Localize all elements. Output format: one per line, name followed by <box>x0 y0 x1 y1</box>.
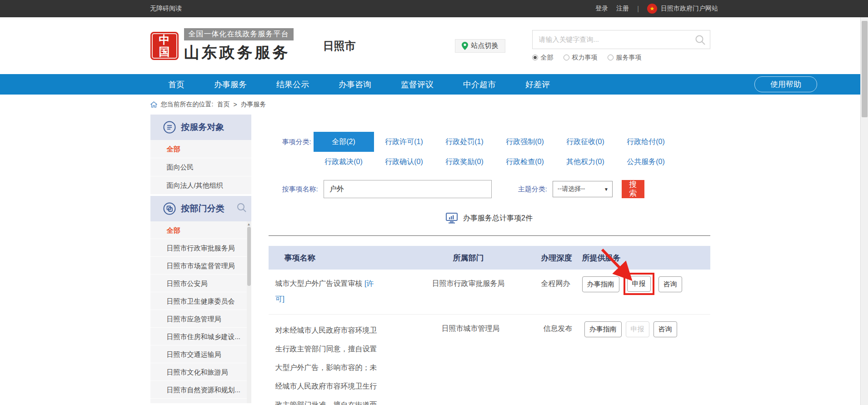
guide-button[interactable]: 办事指南 <box>584 321 622 337</box>
nav-item-results[interactable]: 结果公示 <box>276 79 309 90</box>
tab-xingzheng-queren[interactable]: 行政确认(0) <box>374 152 434 172</box>
scope-label: 全部 <box>541 54 554 62</box>
stats-monitor-icon <box>446 213 458 224</box>
department-search-icon[interactable] <box>236 202 247 215</box>
item-name-link[interactable]: 城市大型户外广告设置审核 <box>275 280 363 287</box>
tab-xingzheng-jiangli[interactable]: 行政奖励(0) <box>434 152 495 172</box>
tab-all[interactable]: 全部(2) <box>314 132 374 152</box>
breadcrumb-separator: > <box>233 101 237 108</box>
apply-button-disabled: 申报 <box>626 321 649 337</box>
tab-xingzheng-jiancha[interactable]: 行政检查(0) <box>495 152 555 172</box>
department-item[interactable]: 日照市住房和城乡建设... <box>150 328 251 345</box>
tab-xingzheng-qiangzhi[interactable]: 行政强制(0) <box>495 132 555 152</box>
scope-radio-all[interactable]: 全部 <box>532 54 554 62</box>
table-header: 事项名称 所属部门 办理深度 所提供服务 <box>269 246 710 270</box>
department-item[interactable]: 日照市文化和旅游局 <box>150 363 251 381</box>
brand-title: 山东政务服务 <box>184 42 294 63</box>
page-scrollbar[interactable] <box>860 17 868 405</box>
col-item-name: 事项名称 <box>269 253 380 263</box>
register-link[interactable]: 注册 <box>616 5 629 13</box>
radio-icon <box>564 55 569 60</box>
site-switch-button[interactable]: 站点切换 <box>455 39 505 53</box>
service-target-item-all[interactable]: 全部 <box>150 140 251 158</box>
service-target-item-citizen[interactable]: 面向公民 <box>150 158 251 176</box>
department-item[interactable]: 日照市应急管理局 <box>150 310 251 328</box>
nav-item-intermediary[interactable]: 中介超市 <box>463 79 496 90</box>
item-department: 日照市行政审批服务局 <box>423 276 514 291</box>
platform-badge: 全国一体化在线政务服务平台 <box>184 28 294 40</box>
home-icon <box>150 101 157 108</box>
department-item[interactable]: 日照市市场监督管理局 <box>150 257 251 275</box>
topic-select[interactable]: --请选择-- ▼ <box>553 181 613 197</box>
tab-qita-quanli[interactable]: 其他权力(0) <box>555 152 616 172</box>
col-services: 所提供服务 <box>582 253 621 263</box>
radio-icon <box>608 55 614 60</box>
department-item[interactable]: 日照市卫生健康委员会 <box>150 292 251 310</box>
city-name: 日照市 <box>323 39 356 53</box>
top-utility-bar: 无障碍阅读 登录 注册 | ★ 日照市政府门户网站 <box>0 0 868 17</box>
nav-item-home[interactable]: 首页 <box>168 79 185 90</box>
nav-item-consult[interactable]: 办事咨询 <box>339 79 371 90</box>
department-item[interactable]: 日照市行政审批服务局 <box>150 239 251 257</box>
sidebar-scroll-thumb[interactable] <box>247 227 251 286</box>
department-header: 按部门分类 <box>150 196 251 221</box>
scope-label: 权力事项 <box>572 54 598 62</box>
help-button[interactable]: 使用帮助 <box>754 76 817 92</box>
sidebar-scrollbar[interactable]: ▲ <box>247 221 251 403</box>
tab-xingzheng-chufa[interactable]: 行政处罚(1) <box>434 132 495 152</box>
page-scroll-thumb[interactable] <box>862 21 868 117</box>
select-caret-icon: ▼ <box>604 187 609 192</box>
nav-item-services[interactable]: 办事服务 <box>214 79 247 90</box>
topbar-divider: | <box>637 5 639 12</box>
item-name-input[interactable] <box>324 180 492 198</box>
portal-link-label: 日照市政府门户网站 <box>661 5 718 13</box>
nav-item-rating[interactable]: 好差评 <box>525 79 550 90</box>
scope-radio-power[interactable]: 权力事项 <box>564 54 598 62</box>
list-circle-icon <box>163 121 176 134</box>
breadcrumb-current[interactable]: 办事服务 <box>241 100 266 109</box>
item-department: 日照市城市管理局 <box>425 321 516 336</box>
total-items-text: 办事服务总计事项2件 <box>463 214 533 223</box>
breadcrumb-home[interactable]: 首页 <box>217 100 229 109</box>
department-item[interactable]: 日照市自然资源和规划... <box>150 381 251 399</box>
apply-button[interactable]: 申报 <box>627 276 651 292</box>
scroll-up-icon[interactable]: ▲ <box>247 222 251 226</box>
search-button[interactable]: 搜 索 <box>622 180 644 198</box>
consult-button[interactable]: 咨询 <box>653 321 677 337</box>
tab-xingzheng-zhengshou[interactable]: 行政征收(0) <box>555 132 616 152</box>
tab-xingzheng-caijue[interactable]: 行政裁决(0) <box>314 152 374 172</box>
scope-radio-service[interactable]: 服务事项 <box>608 54 642 62</box>
login-link[interactable]: 登录 <box>595 5 608 13</box>
tab-gonggong-fuwu[interactable]: 公共服务(0) <box>616 152 676 172</box>
tab-xingzheng-xuke[interactable]: 行政许可(1) <box>374 132 434 152</box>
consult-button[interactable]: 咨询 <box>658 276 682 292</box>
topic-select-value: --请选择-- <box>558 185 585 193</box>
service-target-item-legal[interactable]: 面向法人/其他组织 <box>150 176 251 195</box>
col-depth: 办理深度 <box>541 253 582 263</box>
main-navigation: 首页 办事服务 结果公示 办事咨询 监督评议 中介超市 好差评 使用帮助 <box>0 74 860 95</box>
department-circle-icon <box>163 202 176 215</box>
site-header: 中国 全国一体化在线政务服务平台 山东政务服务 日照市 站点切换 <box>0 17 860 74</box>
department-item[interactable]: 日照市交通运输局 <box>150 345 251 363</box>
tab-xingzheng-jifu[interactable]: 行政给付(0) <box>616 132 676 152</box>
site-logo[interactable]: 中国 全国一体化在线政务服务平台 山东政务服务 <box>150 28 294 63</box>
portal-link[interactable]: ★ 日照市政府门户网站 <box>647 4 718 14</box>
items-table: 事项名称 所属部门 办理深度 所提供服务 城市大型户外广告设置审核 [许可] 日… <box>269 246 710 405</box>
department-item[interactable]: 日照市公安局 <box>150 275 251 292</box>
national-emblem-icon: ★ <box>647 4 657 14</box>
nav-item-supervision[interactable]: 监督评议 <box>401 79 434 90</box>
department-title: 按部门分类 <box>181 203 224 215</box>
annotation-highlight-box: 申报 <box>624 273 654 295</box>
service-target-header: 按服务对象 <box>150 115 251 140</box>
item-name-text[interactable]: 对未经城市人民政府市容环境卫生行政主管部门同意，擅自设置大型户外广告，影响市容的… <box>269 321 382 405</box>
item-depth: 全程网办 <box>541 276 582 291</box>
department-item-all[interactable]: 全部 <box>150 221 251 239</box>
guide-button[interactable]: 办事指南 <box>582 276 619 292</box>
keyword-search-input[interactable] <box>533 30 710 49</box>
location-pin-icon <box>462 42 468 50</box>
scope-label: 服务事项 <box>616 54 642 62</box>
table-row: 城市大型户外广告设置审核 [许可] 日照市行政审批服务局 全程网办 <box>269 270 710 315</box>
filter-sidebar: 按服务对象 全部 面向公民 面向法人/其他组织 按部门分类 <box>150 115 251 405</box>
search-icon[interactable] <box>694 34 706 48</box>
accessibility-link[interactable]: 无障碍阅读 <box>150 5 182 13</box>
